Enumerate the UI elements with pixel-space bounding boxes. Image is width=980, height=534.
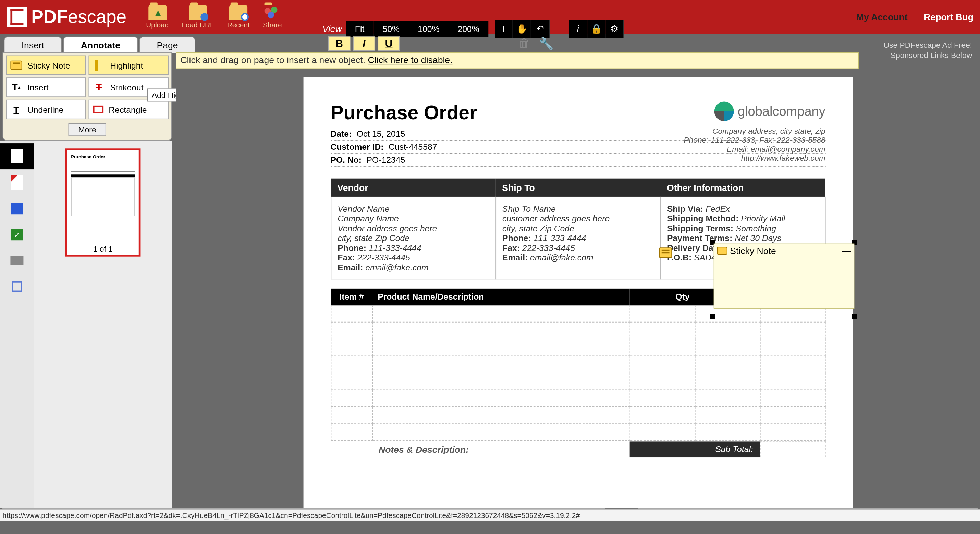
wrench-icon[interactable]: 🔧 xyxy=(539,36,554,51)
view-bar: View Fit 50% 100% 200% I ✋ ↶ i 🔒 ⚙ xyxy=(323,19,624,38)
tool-insert[interactable]: T▴ Insert xyxy=(6,78,86,97)
tab-page[interactable]: Page xyxy=(139,36,196,53)
people-icon xyxy=(263,5,281,19)
side-icons: ✓ xyxy=(0,140,34,508)
sticky-minimize-button[interactable]: — xyxy=(842,245,851,256)
tool-underline[interactable]: T Underline xyxy=(6,100,86,119)
header-toolbar: ▲Upload Load URL Recent Share xyxy=(146,5,282,29)
folder-up-icon: ▲ xyxy=(148,5,167,19)
sticky-note-marker-icon[interactable] xyxy=(659,247,672,258)
side-annotations-icon[interactable] xyxy=(0,169,34,195)
underline-button[interactable]: U xyxy=(378,36,400,51)
logo-escape: escape xyxy=(68,6,127,27)
insert-text-icon: T▴ xyxy=(10,81,22,93)
shipto-cell: Ship To Namecustomer address goes hereci… xyxy=(495,197,660,279)
hint-bar: Click and drag on page to insert a new o… xyxy=(176,52,859,69)
logo-icon xyxy=(6,6,27,27)
status-url: https://www.pdfescape.com/open/RadPdf.ax… xyxy=(0,509,980,521)
undo-icon[interactable]: ↶ xyxy=(531,19,550,38)
thumbnail-caption: 1 of 1 xyxy=(68,244,137,253)
strikeout-icon: T xyxy=(93,81,105,93)
hint-text: Click and drag on page to insert a new o… xyxy=(180,55,368,65)
text-cursor-icon[interactable]: I xyxy=(495,19,513,38)
resize-handle-sw[interactable] xyxy=(710,314,715,319)
item-table: Item # Product Name/Description Qty Unit… xyxy=(330,289,825,441)
upload-button[interactable]: ▲Upload xyxy=(146,5,169,29)
report-bug-link[interactable]: Report Bug xyxy=(924,12,974,22)
underline-icon: T xyxy=(10,104,22,115)
tool-sticky-note[interactable]: Sticky Note xyxy=(6,56,86,75)
bold-button[interactable]: B xyxy=(328,36,350,51)
sticky-title: Sticky Note xyxy=(730,245,776,256)
document-area[interactable]: Purchase Order Date: Oct 15, 2015 Custom… xyxy=(176,69,980,508)
page-thumbnail[interactable]: Purchase Order 1 of 1 xyxy=(65,148,140,257)
side-save-icon[interactable] xyxy=(0,195,34,222)
italic-button[interactable]: I xyxy=(353,36,375,51)
my-account-link[interactable]: My Account xyxy=(856,12,908,22)
globe-icon xyxy=(714,102,734,121)
highlight-icon: ▍ xyxy=(93,59,105,71)
lock-icon[interactable]: 🔒 xyxy=(587,19,606,38)
share-button[interactable]: Share xyxy=(263,5,282,29)
more-button[interactable]: More xyxy=(68,123,106,136)
tab-insert[interactable]: Insert xyxy=(4,36,62,53)
trash-icon[interactable]: 🗑 xyxy=(519,36,530,51)
ad-free-link[interactable]: Use PDFescape Ad Free! xyxy=(884,40,972,51)
sticky-note-body[interactable]: Sticky Note — xyxy=(714,244,854,309)
logo-pdf: PDF xyxy=(31,6,67,27)
format-buttons: B I U xyxy=(328,36,400,51)
company-block: globalcompany Company address, city stat… xyxy=(684,102,825,163)
side-print-icon[interactable] xyxy=(0,247,34,274)
side-close-icon[interactable] xyxy=(0,274,34,300)
tab-row: Insert Annotate Page xyxy=(0,35,173,53)
gear-icon[interactable]: ⚙ xyxy=(606,19,624,38)
hint-disable-link[interactable]: Click here to disable. xyxy=(368,55,453,65)
sticky-header-icon xyxy=(717,247,727,255)
sticky-note-icon xyxy=(10,61,22,70)
top-links: My Account Report Bug xyxy=(856,12,974,22)
zoom-50[interactable]: 50% xyxy=(374,21,409,37)
hand-icon[interactable]: ✋ xyxy=(513,19,531,38)
side-download-icon[interactable]: ✓ xyxy=(0,222,34,247)
folder-clock-icon xyxy=(229,5,247,19)
recent-button[interactable]: Recent xyxy=(227,5,250,29)
zoom-100[interactable]: 100% xyxy=(409,21,449,37)
tool-highlight[interactable]: ▍ Highlight xyxy=(88,56,169,75)
tool-rectangle[interactable]: Rectangle xyxy=(88,100,169,119)
thumbnail-panel: Purchase Order 1 of 1 xyxy=(34,140,172,508)
logo[interactable]: PDFescape xyxy=(6,6,126,27)
zoom-200[interactable]: 200% xyxy=(449,21,488,37)
load-url-button[interactable]: Load URL xyxy=(181,5,214,29)
ad-links: Use PDFescape Ad Free! Sponsored Links B… xyxy=(884,40,972,61)
folder-globe-icon xyxy=(189,5,207,19)
vendor-cell: Vendor NameCompany NameVendor address go… xyxy=(331,197,495,279)
format-extra: 🗑 🔧 xyxy=(519,36,554,51)
annotate-panel: Sticky Note ▍ Highlight T▴ Insert T Stri… xyxy=(3,52,172,140)
zoom-fit[interactable]: Fit xyxy=(346,21,374,37)
info-icon[interactable]: i xyxy=(569,19,587,38)
side-pages-icon[interactable] xyxy=(0,143,34,169)
view-label: View xyxy=(323,23,342,33)
rectangle-icon xyxy=(93,105,103,113)
thumbnail-image: Purchase Order xyxy=(68,152,137,243)
resize-handle-se[interactable] xyxy=(852,314,857,319)
sponsored-label: Sponsored Links Below xyxy=(884,50,972,61)
tab-annotate[interactable]: Annotate xyxy=(63,36,138,53)
subtotal-table: Notes & Description:Sub Total: xyxy=(330,441,825,457)
